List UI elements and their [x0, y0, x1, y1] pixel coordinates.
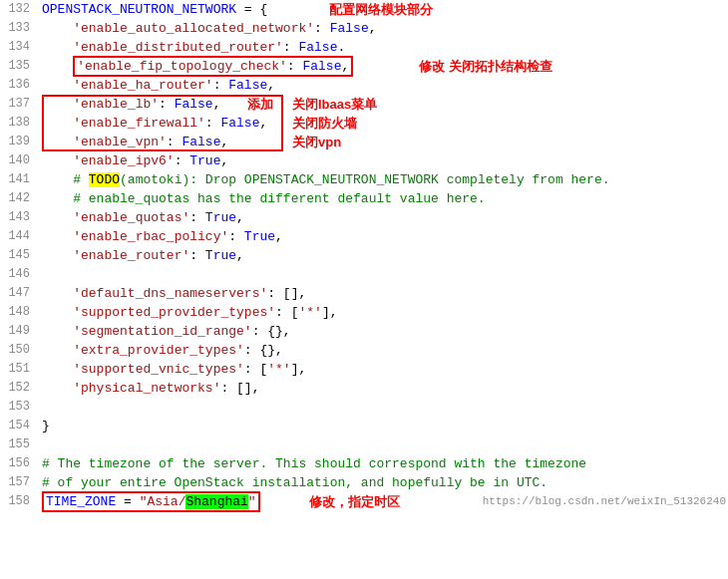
line-num: 132	[0, 0, 38, 19]
line-content: 'supported_provider_types': ['*'],	[38, 303, 728, 322]
line-155: 155	[0, 435, 728, 454]
line-content: }	[38, 417, 728, 435]
line-139: 139 'enable_vpn': False, 关闭vpn	[0, 133, 728, 151]
line-content: 'enable_lb': False,	[38, 95, 728, 114]
line-content: 'enable_fip_topology_check': False,	[38, 57, 728, 76]
line-content: 'segmentation_id_range': {},	[38, 322, 728, 341]
line-num: 146	[0, 265, 38, 284]
line-content: 'extra_provider_types': {},	[38, 341, 728, 360]
line-146: 146	[0, 265, 728, 284]
annotation-158: 修改，指定时区	[309, 492, 400, 511]
line-num: 137	[0, 95, 38, 114]
line-num: 136	[0, 76, 38, 95]
line-num: 157	[0, 473, 38, 492]
line-num: 151	[0, 360, 38, 379]
line-content: 'enable_auto_allocated_network': False,	[38, 19, 728, 38]
line-num: 152	[0, 379, 38, 398]
line-150: 150 'extra_provider_types': {},	[0, 341, 728, 360]
line-149: 149 'segmentation_id_range': {},	[0, 322, 728, 341]
line-content: 'enable_ipv6': True,	[38, 151, 728, 170]
line-content: # of your entire OpenStack installation,…	[38, 473, 728, 492]
line-132: 132 OPENSTACK_NEUTRON_NETWORK = { 配置网络模块…	[0, 0, 728, 19]
line-num: 145	[0, 246, 38, 265]
line-content: 'enable_rbac_policy': True,	[38, 227, 728, 246]
line-num: 147	[0, 284, 38, 303]
line-147: 147 'default_dns_nameservers': [],	[0, 284, 728, 303]
line-154: 154 }	[0, 417, 728, 435]
line-134: 134 'enable_distributed_router': False.	[0, 38, 728, 57]
line-135: 135 'enable_fip_topology_check': False, …	[0, 57, 728, 76]
line-142: 142 # enable_quotas has the different de…	[0, 189, 728, 208]
line-num: 140	[0, 151, 38, 170]
line-157: 157 # of your entire OpenStack installat…	[0, 473, 728, 492]
line-num: 156	[0, 454, 38, 473]
line-content: # TODO(amotoki): Drop OPENSTACK_NEUTRON_…	[38, 170, 728, 189]
line-content: 'enable_distributed_router': False.	[38, 38, 728, 57]
line-num: 149	[0, 322, 38, 341]
line-content: # enable_quotas has the different defaul…	[38, 189, 728, 208]
line-num: 155	[0, 435, 38, 454]
annotation-add: 关闭lbaas菜单	[292, 95, 377, 114]
line-156: 156 # The timezone of the server. This s…	[0, 454, 728, 473]
line-num: 139	[0, 133, 38, 151]
line-148: 148 'supported_provider_types': ['*'],	[0, 303, 728, 322]
line-content	[38, 435, 728, 454]
line-num: 138	[0, 114, 38, 133]
line-145: 145 'enable_router': True,	[0, 246, 728, 265]
line-content: 'enable_ha_router': False,	[38, 76, 728, 95]
line-num: 154	[0, 417, 38, 435]
annotation-add-label: 添加	[247, 95, 273, 114]
line-num: 142	[0, 189, 38, 208]
code-editor: 132 OPENSTACK_NEUTRON_NETWORK = { 配置网络模块…	[0, 0, 728, 579]
line-151: 151 'supported_vnic_types': ['*'],	[0, 360, 728, 379]
line-num: 150	[0, 341, 38, 360]
line-141: 141 # TODO(amotoki): Drop OPENSTACK_NEUT…	[0, 170, 728, 189]
line-153: 153	[0, 398, 728, 417]
line-content: 'supported_vnic_types': ['*'],	[38, 360, 728, 379]
line-content: 'physical_networks': [],	[38, 379, 728, 398]
line-content: 'enable_router': True,	[38, 246, 728, 265]
line-143: 143 'enable_quotas': True,	[0, 208, 728, 227]
line-content	[38, 265, 728, 284]
line-content: 'enable_firewall': False,	[38, 114, 728, 133]
lines-137-139-wrapper: 137 'enable_lb': False, 关闭lbaas菜单 138 'e…	[0, 95, 728, 151]
line-num: 153	[0, 398, 38, 417]
line-content: 'default_dns_nameservers': [],	[38, 284, 728, 303]
line-158: 158 TIME_ZONE = "Asia/Shanghai" 修改，指定时区 …	[0, 492, 728, 511]
line-num: 143	[0, 208, 38, 227]
line-144: 144 'enable_rbac_policy': True,	[0, 227, 728, 246]
line-num: 144	[0, 227, 38, 246]
line-num: 141	[0, 170, 38, 189]
line-133: 133 'enable_auto_allocated_network': Fal…	[0, 19, 728, 38]
annotation-132: 配置网络模块部分	[329, 0, 433, 19]
line-num: 158	[0, 492, 38, 511]
line-136: 136 'enable_ha_router': False,	[0, 76, 728, 95]
annotation-135: 修改 关闭拓扑结构检查	[419, 57, 552, 76]
line-num: 133	[0, 19, 38, 38]
line-num: 148	[0, 303, 38, 322]
line-152: 152 'physical_networks': [],	[0, 379, 728, 398]
annotation-138: 关闭防火墙	[292, 114, 357, 133]
line-138: 138 'enable_firewall': False, 关闭防火墙	[0, 114, 728, 133]
annotation-139: 关闭vpn	[292, 133, 341, 151]
line-137: 137 'enable_lb': False, 关闭lbaas菜单	[0, 95, 728, 114]
line-num: 134	[0, 38, 38, 57]
line-content: # The timezone of the server. This shoul…	[38, 454, 728, 473]
line-content: 'enable_quotas': True,	[38, 208, 728, 227]
line-140: 140 'enable_ipv6': True,	[0, 151, 728, 170]
line-num: 135	[0, 57, 38, 76]
line-content	[38, 398, 728, 417]
line-content: 'enable_vpn': False,	[38, 133, 728, 151]
watermark: https://blog.csdn.net/weixIn_51326240	[483, 492, 726, 511]
